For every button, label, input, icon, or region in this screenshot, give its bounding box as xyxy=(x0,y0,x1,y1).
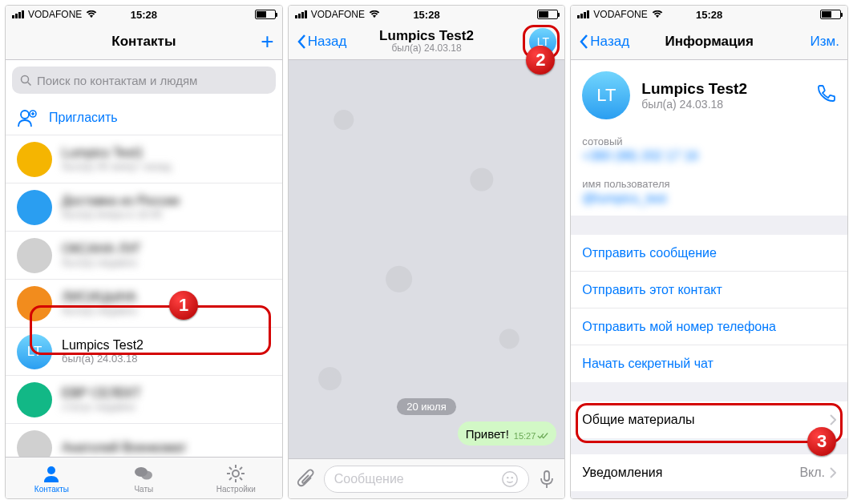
wifi-icon xyxy=(86,10,97,18)
battery-icon xyxy=(537,10,558,19)
signal-icon xyxy=(12,10,24,18)
clock: 15:28 xyxy=(413,9,439,21)
svg-point-6 xyxy=(47,466,55,474)
avatar: LT xyxy=(17,334,52,369)
screen-chat: VODAFONE 15:28 Назад Lumpics Test2 был(а… xyxy=(288,5,566,499)
svg-point-8 xyxy=(141,470,152,479)
contact-row[interactable]: Lumpics Test1был(а) 40 минут назад xyxy=(6,135,282,183)
signal-icon xyxy=(577,10,589,18)
chevron-left-icon xyxy=(579,34,588,50)
input-placeholder: Сообщение xyxy=(334,472,404,486)
contact-list: Lumpics Test1был(а) 40 минут назад Доста… xyxy=(6,135,282,457)
profile-name: Lumpics Test2 xyxy=(641,80,747,98)
contact-row[interactable]: Доставка из Россиибыл(а) вчера в 18:45 xyxy=(6,183,282,232)
screen-info: VODAFONE 15:28 Назад Информация Изм. LT … xyxy=(570,5,848,499)
action-send-message[interactable]: Отправить сообщение xyxy=(571,235,847,272)
tab-contacts[interactable]: Контакты xyxy=(6,458,98,498)
chevron-right-icon xyxy=(830,467,836,478)
battery-icon xyxy=(255,10,276,19)
call-button[interactable] xyxy=(815,83,836,107)
svg-point-18 xyxy=(503,471,517,486)
carrier-label: VODAFONE xyxy=(311,9,365,20)
action-send-number[interactable]: Отправить мой номер телефона xyxy=(571,308,847,345)
back-button[interactable]: Назад xyxy=(571,23,637,59)
plus-icon: + xyxy=(261,29,273,54)
shared-media[interactable]: Общие материалы xyxy=(571,401,847,438)
page-title: Информация xyxy=(665,34,754,50)
svg-rect-21 xyxy=(544,471,549,481)
svg-point-9 xyxy=(232,470,239,477)
contact-row[interactable]: Анатолий Военкомат xyxy=(6,424,282,457)
edit-button[interactable]: Изм. xyxy=(802,23,847,59)
tab-chats[interactable]: Чаты xyxy=(98,458,190,498)
invite-icon xyxy=(17,107,38,128)
svg-line-1 xyxy=(28,82,31,85)
chevron-right-icon xyxy=(830,414,836,425)
chat-title[interactable]: Lumpics Test2 был(а) 24.03.18 xyxy=(379,28,474,54)
signal-icon xyxy=(295,10,307,18)
username-label: имя пользователя xyxy=(571,173,847,192)
svg-line-16 xyxy=(229,478,232,480)
contact-row[interactable]: ЛИСИЦЫНАбыл(а) недавно xyxy=(6,280,282,328)
contact-row[interactable]: ОКСАНА ЛУГбыл(а) недавно xyxy=(6,232,282,280)
chat-body[interactable]: 20 июля Привет! 15:27 xyxy=(289,60,565,458)
carrier-label: VODAFONE xyxy=(28,9,82,20)
chat-background-doodle xyxy=(289,60,565,458)
add-contact-button[interactable]: + xyxy=(253,23,281,59)
nav-bar: Назад Lumpics Test2 был(а) 24.03.18 LT xyxy=(289,23,565,60)
phone-icon xyxy=(815,83,836,104)
mobile-label: сотовый xyxy=(571,131,847,149)
nav-bar: Контакты + xyxy=(6,23,282,60)
username-value[interactable]: @lumpics_test xyxy=(571,192,847,216)
search-input[interactable]: Поиск по контактам и людям xyxy=(12,67,276,94)
sticker-icon[interactable] xyxy=(501,470,519,488)
clock: 15:28 xyxy=(131,9,157,21)
wifi-icon xyxy=(369,10,380,18)
mobile-value[interactable]: +380 (98) 202 17 16 xyxy=(571,149,847,173)
svg-point-19 xyxy=(507,476,508,478)
battery-icon xyxy=(820,10,841,19)
info-body: LT Lumpics Test2 был(а) 24.03.18 сотовый… xyxy=(571,60,847,498)
annotation-badge-3: 3 xyxy=(807,427,836,456)
annotation-badge-1: 1 xyxy=(169,291,198,320)
profile-status: был(а) 24.03.18 xyxy=(641,98,747,111)
screen-contacts: VODAFONE 15:28 Контакты + Поиск по конта… xyxy=(5,5,283,499)
contact-row-lumpics-test2[interactable]: LT Lumpics Test2был(а) 24.03.18 xyxy=(6,328,282,376)
search-placeholder: Поиск по контактам и людям xyxy=(37,74,197,87)
profile-header: LT Lumpics Test2 был(а) 24.03.18 xyxy=(571,60,847,131)
attach-icon[interactable] xyxy=(295,468,317,490)
message-input[interactable]: Сообщение xyxy=(324,466,530,493)
page-title: Контакты xyxy=(111,34,176,50)
svg-point-2 xyxy=(21,111,29,119)
wifi-icon xyxy=(652,10,663,18)
svg-line-14 xyxy=(229,467,232,470)
back-button[interactable]: Назад xyxy=(289,23,355,59)
carrier-label: VODAFONE xyxy=(593,9,647,20)
contact-row[interactable]: ЕВР СЕЛЕКТстатус недавно xyxy=(6,376,282,424)
status-bar: VODAFONE 15:28 xyxy=(571,6,847,23)
action-secret-chat[interactable]: Начать секретный чат xyxy=(571,345,847,382)
contacts-icon xyxy=(41,463,62,484)
status-bar: VODAFONE 15:28 xyxy=(6,6,282,23)
mic-icon[interactable] xyxy=(536,468,558,490)
notifications-row[interactable]: Уведомления Вкл. xyxy=(571,454,847,491)
invite-friends[interactable]: Пригласить xyxy=(6,100,282,135)
svg-line-15 xyxy=(240,478,242,480)
chats-icon xyxy=(133,463,154,484)
nav-bar: Назад Информация Изм. xyxy=(571,23,847,60)
search-icon xyxy=(20,75,32,87)
avatar[interactable]: LT xyxy=(582,71,630,119)
tab-bar: Контакты Чаты Настройки xyxy=(6,457,282,498)
tab-settings[interactable]: Настройки xyxy=(190,458,282,498)
svg-line-17 xyxy=(240,467,242,470)
chevron-left-icon xyxy=(297,34,306,50)
settings-icon xyxy=(225,463,246,484)
message-input-bar: Сообщение xyxy=(289,458,565,498)
svg-point-20 xyxy=(511,476,513,478)
action-send-contact[interactable]: Отправить этот контакт xyxy=(571,272,847,308)
svg-point-0 xyxy=(22,75,29,83)
status-bar: VODAFONE 15:28 xyxy=(289,6,565,23)
clock: 15:28 xyxy=(696,9,722,21)
